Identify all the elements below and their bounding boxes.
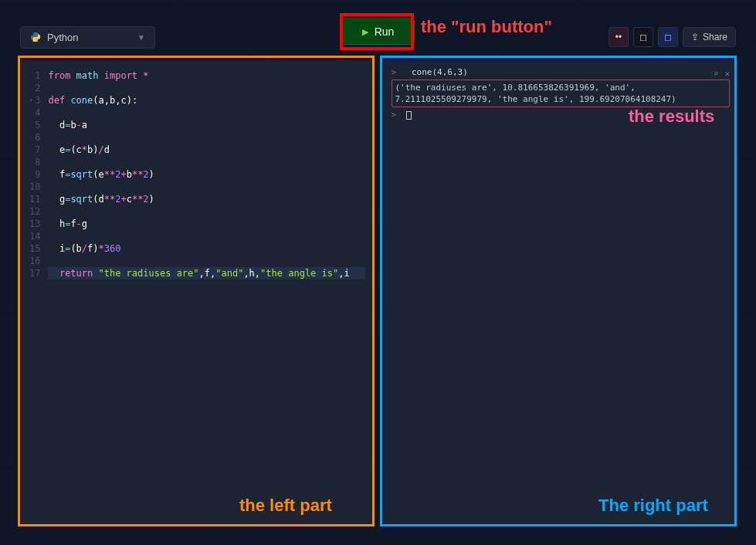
console-prompt-line[interactable]: > [392,109,731,120]
search-icon[interactable]: ⌕ [714,68,719,80]
line-number: 8 [29,156,40,168]
code-line[interactable]: g=sqrt(d**2+c**2) [48,193,364,205]
share-label: Share [703,32,727,42]
code-line[interactable] [48,82,364,94]
code-line[interactable] [48,230,364,242]
line-number: 17 [29,267,40,279]
line-number: 2 [29,82,40,94]
code-line[interactable] [48,255,364,267]
line-number: 14 [29,230,40,242]
line-number: 4 [29,107,40,119]
language-label: Python [47,32,78,43]
code-line[interactable]: from math import * [48,69,364,82]
console-search-icons[interactable]: ⌕ ✕ [714,68,730,80]
share-icon: ⇪ [691,32,699,42]
python-icon [30,32,41,42]
line-number: 11 [29,193,40,205]
line-number: 9 [29,168,40,181]
run-label: Run [375,25,395,38]
console[interactable]: ⌕ ✕ > cone(4,6,3) ('the radiuses are', 1… [384,60,738,526]
line-number: 15 [29,242,40,255]
console-input-line: > cone(4,6,3) [392,66,731,78]
language-select[interactable]: Python ▼ [20,26,155,49]
chevron-down-icon: ▼ [137,33,145,42]
code-line[interactable] [48,131,364,144]
avatar-3[interactable]: ◻ [658,27,678,47]
avatar-2[interactable]: ◻ [633,27,653,47]
code-line[interactable]: h=f-g [48,218,364,230]
code-line[interactable]: return "the radiuses are",f,"and",h,"the… [48,267,364,279]
console-output: ('the radiuses are', 10.816653826391969,… [392,80,731,107]
cursor-icon [406,111,412,120]
code-line[interactable]: i=(b/f)*360 [48,242,364,255]
code-line[interactable]: d=b-a [48,119,364,131]
close-icon[interactable]: ✕ [724,68,730,80]
line-number: 6 [29,131,40,144]
line-number: 3 [29,94,40,107]
play-icon: ▶ [362,27,368,37]
code-line[interactable]: def cone(a,b,c): [48,94,364,107]
console-panel[interactable]: ⌕ ✕ > cone(4,6,3) ('the radiuses are', 1… [384,60,738,526]
share-button[interactable]: ⇪ Share [683,27,736,47]
code-line[interactable] [48,156,364,168]
toolbar: Python ▼ ▶ Run •• ◻ ◻ ⇪ Share [0,0,756,52]
editor-panel[interactable]: 1234567891011121314151617 from math impo… [19,60,373,526]
line-number: 12 [29,205,40,218]
panels: 1234567891011121314151617 from math impo… [0,52,756,545]
code-line[interactable]: f=sqrt(e**2+b**2) [48,168,364,181]
code-line[interactable] [48,107,364,119]
run-button[interactable]: ▶ Run [341,19,415,45]
code-line[interactable] [48,181,364,193]
code-editor[interactable]: 1234567891011121314151617 from math impo… [19,60,373,526]
code-line[interactable]: e=(c*b)/d [48,144,364,156]
line-number: 7 [29,144,40,156]
line-number: 13 [29,218,40,230]
right-tools: •• ◻ ◻ ⇪ Share [609,27,736,47]
line-number: 5 [29,119,40,131]
line-number: 1 [29,69,40,82]
avatar-1[interactable]: •• [609,27,629,47]
code-line[interactable] [48,205,364,218]
line-number: 10 [29,181,40,193]
line-number: 16 [29,255,40,267]
console-command: cone(4,6,3) [412,67,468,77]
